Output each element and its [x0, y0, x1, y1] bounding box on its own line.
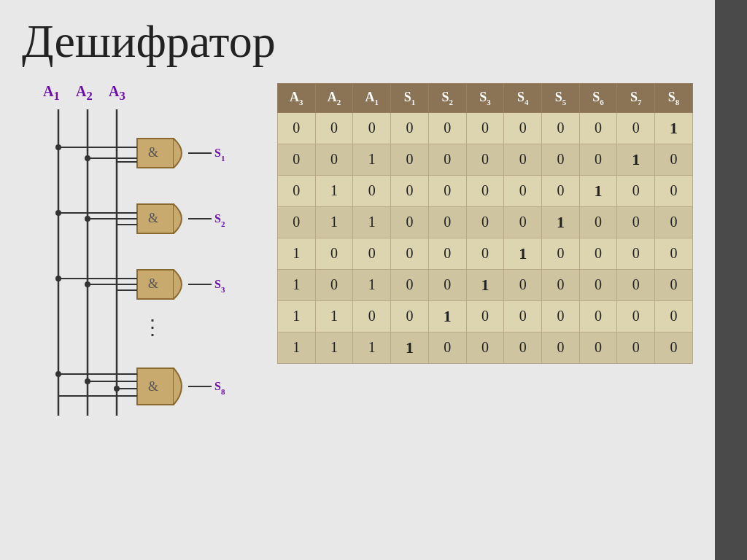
table-cell: 0 [466, 300, 504, 332]
table-cell: 0 [655, 238, 693, 269]
table-row: 11001000000 [278, 300, 693, 332]
table-cell: 0 [617, 112, 655, 144]
input-labels: A1 A2 A3 [22, 83, 255, 104]
table-cell: 0 [391, 238, 429, 269]
table-cell: 0 [391, 206, 429, 238]
content-row: A1 A2 A3 & [22, 83, 693, 448]
label-a3: A3 [101, 83, 133, 104]
table-cell: 1 [391, 332, 429, 363]
main-container: Дешифратор A1 A2 A3 & [0, 0, 715, 560]
svg-text:&: & [148, 276, 158, 291]
table-cell: 0 [617, 332, 655, 363]
table-cell: 1 [466, 269, 504, 300]
table-cell: 1 [353, 144, 391, 175]
header-s2: S2 [428, 84, 466, 113]
table-row: 10100100000 [278, 269, 693, 300]
table-cell: 1 [278, 269, 316, 300]
table-cell: 0 [353, 175, 391, 206]
table-cell: 0 [655, 206, 693, 238]
table-cell: 0 [542, 269, 580, 300]
table-cell: 1 [353, 206, 391, 238]
table-cell: 0 [542, 144, 580, 175]
svg-point-36 [85, 378, 90, 384]
header-s7: S7 [617, 84, 655, 113]
table-cell: 0 [315, 269, 353, 300]
svg-text:S2: S2 [214, 212, 225, 228]
table-cell: 0 [466, 144, 504, 175]
svg-point-26 [85, 281, 90, 287]
table-cell: 0 [466, 332, 504, 363]
table-cell: 0 [315, 238, 353, 269]
truth-table-area: A3 A2 A1 S1 S2 S3 S4 S5 S6 S7 S8 0000000… [277, 83, 693, 364]
table-cell: 0 [466, 238, 504, 269]
svg-point-24 [55, 276, 61, 281]
svg-text:&: & [148, 211, 158, 225]
table-cell: 1 [579, 175, 617, 206]
table-cell: 0 [428, 238, 466, 269]
header-a3: A3 [278, 84, 316, 113]
table-cell: 0 [315, 144, 353, 175]
header-a1: A1 [353, 84, 391, 113]
table-cell: 0 [655, 300, 693, 332]
svg-text:⋮: ⋮ [142, 316, 163, 338]
table-cell: 0 [391, 300, 429, 332]
svg-text:S1: S1 [214, 147, 225, 163]
header-s1: S1 [391, 84, 429, 113]
label-a1: A1 [35, 83, 68, 104]
header-a2: A2 [315, 84, 353, 113]
table-cell: 1 [353, 332, 391, 363]
svg-point-8 [85, 155, 90, 161]
truth-table: A3 A2 A1 S1 S2 S3 S4 S5 S6 S7 S8 0000000… [277, 83, 693, 364]
label-a2: A2 [68, 83, 101, 104]
table-cell: 0 [579, 144, 617, 175]
table-cell: 1 [617, 144, 655, 175]
table-cell: 1 [542, 206, 580, 238]
table-cell: 0 [504, 332, 542, 363]
header-s6: S6 [579, 84, 617, 113]
table-cell: 0 [353, 112, 391, 144]
page-title: Дешифратор [22, 15, 693, 69]
table-cell: 0 [466, 175, 504, 206]
table-cell: 1 [428, 300, 466, 332]
table-cell: 0 [315, 112, 353, 144]
table-cell: 0 [655, 175, 693, 206]
svg-point-38 [114, 386, 120, 392]
table-cell: 0 [353, 300, 391, 332]
table-cell: 0 [504, 206, 542, 238]
table-cell: 0 [504, 112, 542, 144]
svg-point-6 [55, 144, 61, 150]
table-cell: 0 [542, 300, 580, 332]
table-cell: 1 [278, 238, 316, 269]
table-cell: 1 [504, 238, 542, 269]
table-cell: 0 [278, 206, 316, 238]
table-cell: 0 [542, 112, 580, 144]
table-cell: 0 [617, 238, 655, 269]
table-cell: 0 [655, 332, 693, 363]
svg-text:S3: S3 [214, 278, 225, 294]
table-cell: 0 [655, 144, 693, 175]
table-cell: 0 [391, 112, 429, 144]
table-cell: 0 [504, 269, 542, 300]
table-cell: 0 [542, 332, 580, 363]
circuit-diagram: & S1 & [22, 109, 255, 445]
header-s4: S4 [504, 84, 542, 113]
table-cell: 0 [504, 144, 542, 175]
table-cell: 1 [315, 206, 353, 238]
table-cell: 0 [617, 206, 655, 238]
table-cell: 0 [428, 206, 466, 238]
circuit-area: A1 A2 A3 & [22, 83, 255, 448]
svg-text:S8: S8 [214, 380, 225, 396]
header-s5: S5 [542, 84, 580, 113]
table-cell: 0 [579, 112, 617, 144]
table-cell: 0 [542, 175, 580, 206]
table-cell: 1 [315, 332, 353, 363]
table-row: 00000000001 [278, 112, 693, 144]
table-cell: 0 [579, 332, 617, 363]
table-header-row: A3 A2 A1 S1 S2 S3 S4 S5 S6 S7 S8 [278, 84, 693, 113]
table-cell: 0 [579, 300, 617, 332]
table-row: 11110000000 [278, 332, 693, 363]
table-cell: 0 [391, 269, 429, 300]
table-cell: 0 [617, 175, 655, 206]
table-cell: 0 [579, 238, 617, 269]
table-cell: 0 [278, 112, 316, 144]
